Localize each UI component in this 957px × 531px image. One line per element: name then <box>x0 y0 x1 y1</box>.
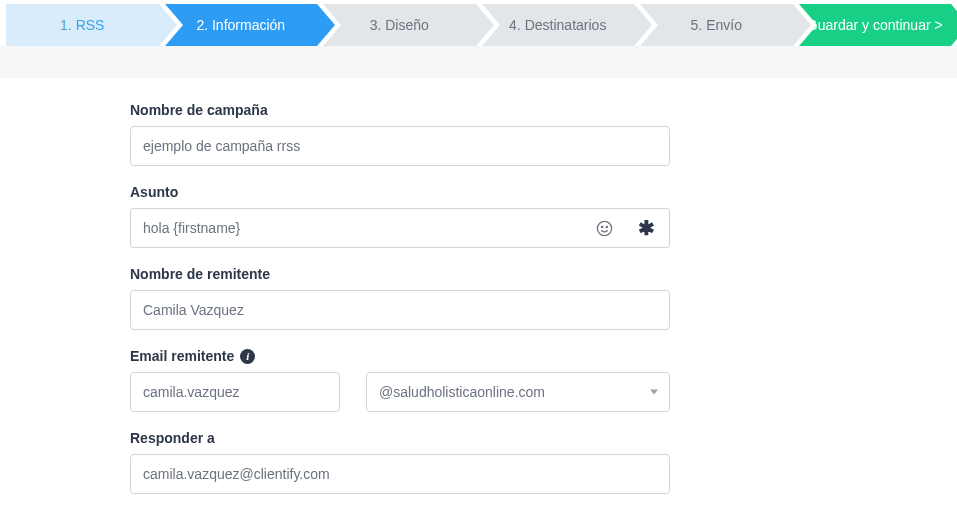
step-informacion[interactable]: 2. Información <box>165 4 318 46</box>
svg-point-0 <box>597 221 611 235</box>
svg-point-1 <box>601 226 602 227</box>
step-rss[interactable]: 1. RSS <box>6 4 159 46</box>
field-subject: Asunto ✱ <box>130 184 670 248</box>
field-sender-email: Email remitente i @saludholisticaonline.… <box>130 348 670 412</box>
subject-label: Asunto <box>130 184 670 200</box>
save-continue-button[interactable]: Guardar y continuar > <box>799 4 952 46</box>
step-destinatarios[interactable]: 4. Destinatarios <box>482 4 635 46</box>
sender-email-label-text: Email remitente <box>130 348 234 364</box>
insert-variable-button[interactable]: ✱ <box>624 208 670 248</box>
subject-input[interactable] <box>130 208 624 248</box>
step-diseno[interactable]: 3. Diseño <box>323 4 476 46</box>
reply-to-input[interactable] <box>130 454 670 494</box>
campaign-name-input[interactable] <box>130 126 670 166</box>
step-label: Guardar y continuar > <box>807 17 943 33</box>
field-sender-name: Nombre de remitente <box>130 266 670 330</box>
reply-to-label: Responder a <box>130 430 670 446</box>
sender-email-domain-select[interactable]: @saludholisticaonline.com <box>366 372 670 412</box>
sender-name-input[interactable] <box>130 290 670 330</box>
step-envio[interactable]: 5. Envío <box>640 4 793 46</box>
emoji-icon[interactable] <box>594 218 614 238</box>
step-label: 5. Envío <box>691 17 742 33</box>
info-icon[interactable]: i <box>240 349 255 364</box>
sender-email-label: Email remitente i <box>130 348 670 364</box>
sender-name-label: Nombre de remitente <box>130 266 670 282</box>
sender-email-local-input[interactable] <box>130 372 340 412</box>
select-value: @saludholisticaonline.com <box>379 384 545 400</box>
campaign-form: Nombre de campaña Asunto <box>130 102 670 494</box>
form-page: Nombre de campaña Asunto <box>0 78 957 531</box>
field-reply-to: Responder a <box>130 430 670 494</box>
svg-point-2 <box>606 226 607 227</box>
campaign-name-label: Nombre de campaña <box>130 102 670 118</box>
step-label: 4. Destinatarios <box>509 17 606 33</box>
progress-wizard: 1. RSS 2. Información 3. Diseño 4. Desti… <box>0 0 957 46</box>
step-label: 1. RSS <box>60 17 104 33</box>
step-label: 2. Información <box>196 17 285 33</box>
step-label: 3. Diseño <box>370 17 429 33</box>
field-campaign-name: Nombre de campaña <box>130 102 670 166</box>
